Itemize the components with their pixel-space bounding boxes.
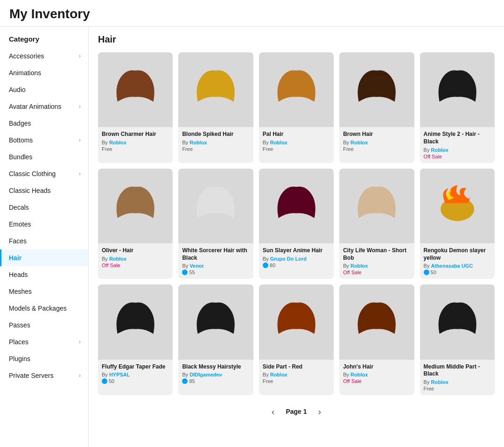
hair-card[interactable]: Brown Charmer HairBy RobloxFree <box>98 52 173 163</box>
page-wrapper: My Inventory Category Accessories›Animat… <box>0 0 504 447</box>
hair-card[interactable]: Pal HairBy RobloxFree <box>259 52 334 163</box>
card-image <box>420 169 495 243</box>
category-heading: Category <box>0 30 88 48</box>
card-price: Free <box>263 146 330 152</box>
sidebar-item-label: Passes <box>9 321 30 329</box>
sidebar-item-label: Badges <box>9 120 31 127</box>
card-name: Fluffy Edgar Taper Fade <box>102 363 169 371</box>
card-name: City Life Woman - Short Bob <box>343 247 410 262</box>
page-title: My Inventory <box>0 0 504 27</box>
hair-card[interactable]: Fluffy Edgar Taper FadeBy HYPSAL 50 <box>98 284 173 395</box>
card-name: Oliver - Hair <box>102 247 169 255</box>
card-image <box>98 52 173 127</box>
sidebar-item-label: Accessories <box>9 52 44 60</box>
pagination: ‹ Page 1 › <box>98 395 495 428</box>
robux-icon <box>182 270 188 275</box>
card-name: John's Hair <box>343 363 410 371</box>
card-creator: By Roblox <box>343 263 410 269</box>
sidebar-item-passes[interactable]: Passes <box>0 317 88 333</box>
sidebar-item-badges[interactable]: Badges <box>0 115 88 132</box>
sidebar-item-classic-heads[interactable]: Classic Heads <box>0 182 88 199</box>
card-image <box>178 284 253 359</box>
card-name: Medium Middle Part - Black <box>424 363 491 378</box>
chevron-icon: › <box>79 53 81 59</box>
sidebar-item-label: Faces <box>9 237 27 245</box>
prev-page-button[interactable]: ‹ <box>268 404 279 419</box>
sidebar-item-decals[interactable]: Decals <box>0 199 88 216</box>
card-price: Free <box>102 146 169 152</box>
card-image <box>339 52 414 127</box>
card-price: 55 <box>182 270 249 275</box>
card-image <box>98 169 173 243</box>
card-image <box>259 169 334 243</box>
card-name: Sun Slayer Anime Hair <box>263 247 330 255</box>
main-layout: Category Accessories›AnimationsAudioAvat… <box>0 27 504 447</box>
sidebar-item-label: Private Servers <box>9 372 54 379</box>
sidebar-item-label: Classic Heads <box>9 187 50 194</box>
hair-card[interactable]: White Sorcerer Hair with BlackBy Venor 5… <box>178 169 253 279</box>
sidebar-item-label: Places <box>9 338 28 346</box>
content-area: Hair Brown Charmer HairBy RobloxFree Blo… <box>89 27 504 447</box>
card-image <box>420 52 495 127</box>
card-price: Free <box>263 378 330 384</box>
card-creator: By Roblox <box>263 140 330 145</box>
hair-card[interactable]: John's HairBy RobloxOff Sale <box>339 284 414 395</box>
sidebar-item-classic-clothing[interactable]: Classic Clothing› <box>0 165 88 182</box>
sidebar-item-accessories[interactable]: Accessories› <box>0 48 88 64</box>
card-image <box>339 169 414 243</box>
hair-card[interactable]: Side Part - RedBy RobloxFree <box>259 284 334 395</box>
card-creator: By Athenasaba UGC <box>424 263 491 269</box>
hair-card[interactable]: Brown HairBy RobloxFree <box>339 52 414 163</box>
robux-icon <box>424 270 429 275</box>
card-creator: By Roblox <box>424 147 491 153</box>
sidebar-item-models-packages[interactable]: Models & Packages <box>0 300 88 317</box>
card-creator: By Roblox <box>343 372 410 377</box>
sidebar-item-faces[interactable]: Faces <box>0 233 88 249</box>
card-creator: By Roblox <box>182 140 249 145</box>
card-creator: By Venor <box>182 263 249 269</box>
sidebar-item-meshes[interactable]: Meshes <box>0 283 88 300</box>
chevron-icon: › <box>79 339 81 345</box>
sidebar-item-label: Bottoms <box>9 136 33 144</box>
hair-card[interactable]: Oliver - HairBy RobloxOff Sale <box>98 169 173 279</box>
next-page-button[interactable]: › <box>315 404 325 419</box>
sidebar-item-emotes[interactable]: Emotes <box>0 216 88 233</box>
hair-card[interactable]: Blonde Spiked HairBy RobloxFree <box>178 52 253 163</box>
sidebar-item-private-servers[interactable]: Private Servers› <box>0 367 88 384</box>
hair-card[interactable]: Sun Slayer Anime HairBy Grupo Do Lord 80 <box>259 169 334 279</box>
items-grid: Brown Charmer HairBy RobloxFree Blonde S… <box>98 52 495 395</box>
card-name: White Sorcerer Hair with Black <box>182 247 249 262</box>
hair-card[interactable]: Anime Style 2 - Hair - BlackBy RobloxOff… <box>420 52 495 163</box>
card-creator: By Grupo Do Lord <box>263 256 330 262</box>
sidebar-item-audio[interactable]: Audio <box>0 81 88 98</box>
card-price: Free <box>343 146 410 152</box>
sidebar-item-label: Meshes <box>9 288 32 295</box>
card-price: Off Sale <box>343 378 410 384</box>
sidebar-item-avatar-animations[interactable]: Avatar Animations› <box>0 98 88 115</box>
card-image <box>98 284 173 359</box>
card-creator: By Roblox <box>102 140 169 145</box>
sidebar-item-bottoms[interactable]: Bottoms› <box>0 132 88 149</box>
sidebar-item-animations[interactable]: Animations <box>0 64 88 81</box>
card-creator: By HYPSAL <box>102 372 169 377</box>
card-image <box>339 284 414 359</box>
card-image <box>420 284 495 359</box>
hair-card[interactable]: Rengoku Demon slayer yellowBy Athenasaba… <box>420 169 495 279</box>
card-price: Free <box>424 386 491 391</box>
card-image <box>259 52 334 127</box>
card-name: Brown Hair <box>343 131 410 138</box>
hair-card[interactable]: City Life Woman - Short BobBy RobloxOff … <box>339 169 414 279</box>
sidebar-item-places[interactable]: Places› <box>0 333 88 350</box>
card-name: Pal Hair <box>263 131 330 138</box>
robux-icon <box>263 263 268 268</box>
hair-card[interactable]: Medium Middle Part - BlackBy RobloxFree <box>420 284 495 395</box>
hair-card[interactable]: Black Messy HairstyleBy DIDIgamedev 85 <box>178 284 253 395</box>
card-price: 50 <box>102 378 169 384</box>
sidebar-item-heads[interactable]: Heads <box>0 266 88 283</box>
sidebar-item-plugins[interactable]: Plugins <box>0 350 88 367</box>
card-price: 80 <box>263 263 330 268</box>
robux-icon <box>102 378 107 384</box>
sidebar-item-hair[interactable]: Hair <box>0 249 88 266</box>
sidebar-item-bundles[interactable]: Bundles <box>0 149 88 165</box>
sidebar-item-label: Decals <box>9 204 29 211</box>
